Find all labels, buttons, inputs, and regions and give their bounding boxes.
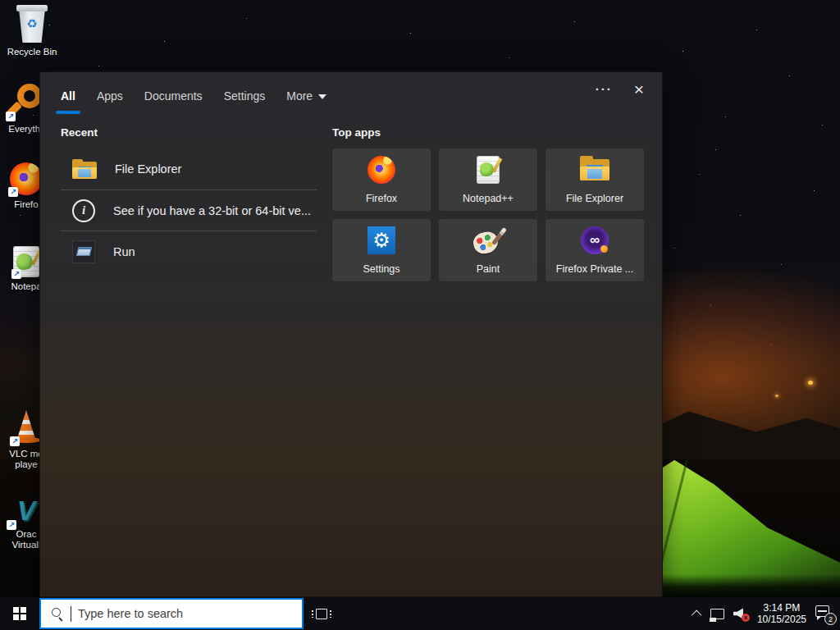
desktop: ♻ Recycle Bin ↗ Everythi ↗ Firefo ↗ Note… (0, 0, 840, 630)
chevron-down-icon (318, 94, 326, 99)
start-button[interactable] (0, 597, 39, 630)
paint-palette-icon (472, 226, 504, 258)
mute-badge: x (742, 614, 750, 622)
search-flyout-panel: All Apps Documents Settings More ··· × R… (39, 71, 663, 597)
recent-item-label: File Explorer (115, 162, 181, 176)
tab-documents[interactable]: Documents (144, 89, 203, 107)
folder-icon (72, 159, 97, 179)
info-icon: i (72, 199, 95, 222)
desktop-icon-recycle-bin[interactable]: ♻ Recycle Bin (2, 5, 62, 57)
volume-muted-icon[interactable]: x (733, 608, 748, 620)
tile-label: Firefox (366, 193, 397, 204)
text-cursor (71, 606, 71, 622)
shortcut-arrow-icon: ↗ (10, 436, 20, 446)
top-app-tile-firefox[interactable]: Firefox (332, 148, 431, 211)
wallpaper-bright-star (775, 395, 778, 397)
notepad-plus-plus-icon: ↗ (13, 246, 39, 277)
action-center-button[interactable]: 2 (815, 605, 835, 623)
top-app-tile-file-explorer[interactable]: File Explorer (546, 148, 644, 211)
search-tab-bar: All Apps Documents Settings More (61, 84, 646, 113)
folder-icon (580, 156, 609, 180)
top-app-tile-notepad-plus-plus[interactable]: Notepad++ (439, 148, 537, 211)
shortcut-arrow-icon: ↗ (6, 112, 16, 121)
tile-label: Firefox Private ... (556, 263, 633, 275)
desktop-icon-label: VLC me playe (9, 449, 43, 470)
wallpaper-bright-star (808, 381, 813, 385)
notification-badge: 2 (824, 613, 837, 625)
shortcut-arrow-icon: ↗ (11, 269, 21, 279)
tab-more[interactable]: More (286, 89, 326, 107)
recent-item-file-explorer[interactable]: File Explorer (61, 148, 317, 189)
recent-heading: Recent (61, 126, 317, 139)
tab-settings[interactable]: Settings (224, 89, 266, 107)
top-app-tile-firefox-private[interactable]: ∞ Firefox Private ... (546, 219, 644, 281)
system-tray: x 3:14 PM 10/15/2025 2 (694, 597, 835, 630)
top-app-tile-paint[interactable]: Paint (439, 219, 537, 281)
taskbar: Type here to search x 3:14 PM 10/15/2025… (0, 597, 840, 630)
task-view-icon (316, 609, 327, 619)
firefox-icon: ↗ (10, 162, 43, 195)
tray-overflow-chevron-icon[interactable] (692, 609, 702, 620)
desktop-icon-label: Everythi (8, 124, 43, 135)
recent-item-label: Run (113, 245, 135, 258)
windows-logo-icon (13, 607, 26, 620)
task-view-button[interactable] (305, 597, 338, 630)
shortcut-arrow-icon: ↗ (8, 187, 18, 197)
tile-label: Notepad++ (463, 193, 514, 204)
tile-label: Settings (363, 263, 399, 275)
network-icon[interactable] (710, 609, 724, 619)
desktop-icon-label: Notepa (11, 281, 41, 292)
top-apps-section: Top apps Firefox Notepad++ File Explorer (332, 126, 647, 281)
shortcut-arrow-icon: ↗ (7, 520, 16, 530)
recent-item-search-suggestion[interactable]: i See if you have a 32-bit or 64-bit ve.… (61, 189, 317, 231)
more-options-button[interactable]: ··· (592, 80, 616, 98)
wallpaper-stars (0, 0, 1, 1)
firefox-private-icon: ∞ (581, 226, 609, 254)
top-app-tile-settings[interactable]: ⚙ Settings (332, 219, 431, 281)
recent-item-label: See if you have a 32-bit or 64-bit ve... (113, 204, 311, 217)
search-icon (51, 607, 64, 620)
everything-search-icon: ↗ (7, 82, 43, 120)
vlc-cone-icon: ↗ (11, 410, 41, 445)
close-button[interactable]: × (631, 80, 647, 98)
taskbar-search-input[interactable]: Type here to search (39, 598, 304, 629)
recycle-bin-icon: ♻ (16, 5, 48, 43)
search-placeholder: Type here to search (78, 607, 183, 620)
clock-date: 10/15/2025 (757, 614, 806, 625)
recent-section: Recent File Explorer i See if you have a… (61, 126, 317, 272)
tile-label: Paint (477, 263, 500, 275)
tab-apps[interactable]: Apps (97, 89, 123, 107)
tab-all[interactable]: All (61, 89, 75, 107)
firefox-icon (368, 156, 395, 184)
recent-item-run[interactable]: Run (61, 231, 317, 272)
tile-label: File Explorer (566, 193, 623, 204)
settings-gear-icon: ⚙ (368, 226, 395, 254)
top-apps-heading: Top apps (332, 126, 647, 139)
run-window-icon (72, 240, 95, 263)
desktop-icon-label: Recycle Bin (7, 47, 57, 57)
notepad-plus-plus-icon (477, 156, 500, 184)
clock-time: 3:14 PM (764, 602, 801, 614)
taskbar-clock[interactable]: 3:14 PM 10/15/2025 (757, 602, 806, 625)
wallpaper-grass (650, 574, 840, 597)
desktop-icon-label: Firefo (14, 199, 38, 210)
desktop-icon-label: Orac Virtuall (12, 529, 41, 550)
